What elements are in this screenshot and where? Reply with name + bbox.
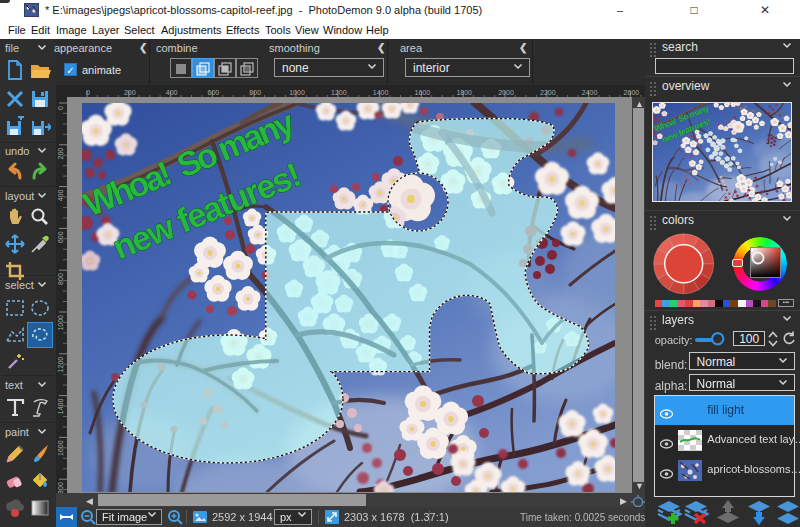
svg-text:1000: 1000 [57,315,64,331]
svg-text:1200: 1200 [57,357,64,373]
svg-text:600: 600 [208,89,220,96]
svg-text:0: 0 [86,89,90,96]
svg-text:1800: 1800 [456,89,472,96]
svg-text:0: 0 [57,106,64,110]
svg-text:1400: 1400 [373,89,389,96]
svg-text:800: 800 [249,89,261,96]
svg-text:2200: 2200 [540,89,556,96]
svg-text:2400: 2400 [582,89,598,96]
svg-text:1000: 1000 [289,89,305,96]
svg-text:2600: 2600 [624,89,640,96]
svg-text:1600: 1600 [57,440,64,456]
svg-text:600: 600 [57,231,64,243]
svg-text:200: 200 [57,148,64,160]
svg-text:1600: 1600 [415,89,431,96]
svg-text:200: 200 [124,89,136,96]
svg-text:800: 800 [57,273,64,285]
svg-text:2000: 2000 [498,89,514,96]
svg-text:1400: 1400 [57,398,64,414]
svg-text:1800: 1800 [57,482,64,493]
svg-text:400: 400 [166,89,178,96]
svg-text:1200: 1200 [331,89,347,96]
svg-text:400: 400 [57,190,64,202]
